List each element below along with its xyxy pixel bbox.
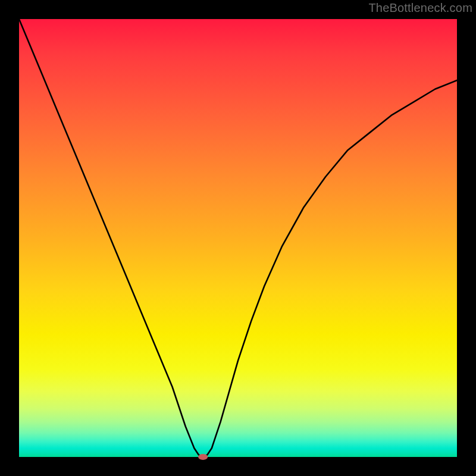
chart-svg: [19, 19, 457, 457]
bottleneck-curve: [19, 19, 457, 457]
chart-frame: TheBottleneck.com: [0, 0, 476, 476]
watermark-text: TheBottleneck.com: [368, 1, 472, 15]
plot-area: [19, 19, 457, 457]
optimal-point-marker: [198, 454, 208, 460]
